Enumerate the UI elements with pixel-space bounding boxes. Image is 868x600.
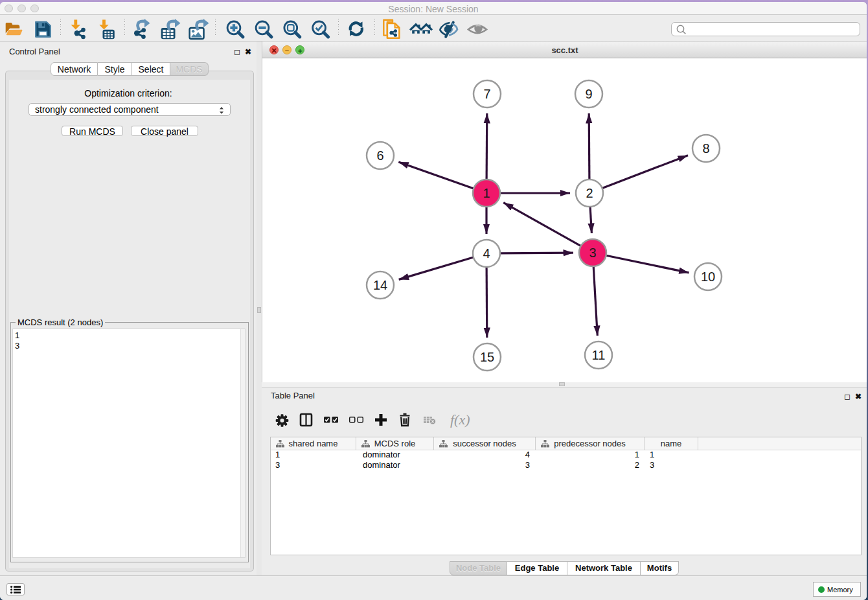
svg-text:14: 14 bbox=[373, 278, 387, 292]
svg-text:9: 9 bbox=[585, 87, 592, 101]
svg-text:8: 8 bbox=[702, 141, 709, 156]
svg-text:1: 1 bbox=[483, 186, 490, 200]
svg-text:6: 6 bbox=[376, 148, 383, 163]
svg-text:11: 11 bbox=[592, 348, 606, 362]
svg-text:10: 10 bbox=[701, 270, 715, 284]
svg-text:3: 3 bbox=[589, 246, 596, 260]
svg-text:2: 2 bbox=[586, 186, 593, 200]
svg-text:15: 15 bbox=[480, 350, 494, 364]
svg-text:4: 4 bbox=[483, 246, 490, 260]
svg-text:7: 7 bbox=[483, 87, 490, 101]
svg-text:f(x): f(x) bbox=[450, 412, 470, 428]
